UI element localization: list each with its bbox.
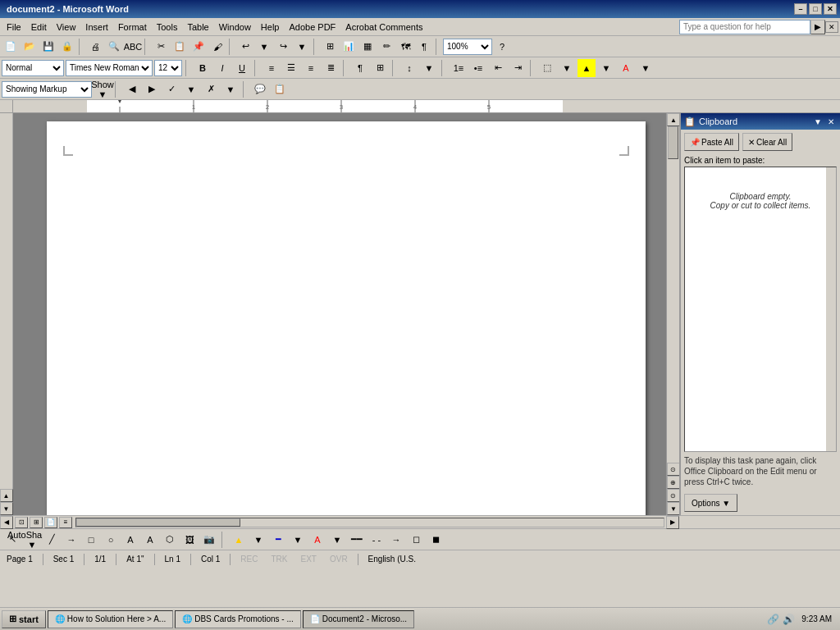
style-select[interactable]: Normal: [2, 60, 64, 76]
undo-button[interactable]: ↩: [236, 38, 254, 56]
menu-adobepdf[interactable]: Adobe PDF: [284, 21, 340, 34]
menu-file[interactable]: File: [2, 21, 26, 34]
font-color-button[interactable]: A: [617, 59, 635, 77]
spell-button[interactable]: ABC: [124, 38, 142, 56]
h-scroll-right[interactable]: ▶: [666, 516, 679, 529]
diagram-tool[interactable]: ⬡: [161, 531, 179, 549]
bullets-button[interactable]: •≡: [469, 59, 487, 77]
menu-view[interactable]: View: [52, 21, 81, 34]
rect-tool[interactable]: □: [82, 531, 100, 549]
prev-page-btn[interactable]: ⊙: [667, 463, 680, 476]
clipboard-menu-button[interactable]: ▼: [812, 116, 824, 127]
show-hide-para[interactable]: ¶: [351, 59, 369, 77]
print-button[interactable]: 🖨: [86, 38, 104, 56]
taskbar-item-2[interactable]: 📄 Document2 - Microso...: [303, 610, 414, 628]
help-search-button[interactable]: ▶: [810, 20, 825, 34]
menu-table[interactable]: Table: [182, 21, 213, 34]
vertical-scroll-up[interactable]: ▲: [0, 489, 13, 502]
view-web-btn[interactable]: ⊞: [30, 517, 43, 528]
reviewing-pane-button[interactable]: 📋: [271, 80, 289, 98]
reject-change-button[interactable]: ✗: [202, 80, 220, 98]
decrease-indent[interactable]: ⇤: [489, 59, 507, 77]
arrow-tool[interactable]: →: [62, 531, 80, 549]
prev-change-button[interactable]: ◀: [123, 80, 141, 98]
dash-style-button[interactable]: - -: [368, 531, 386, 549]
clipboard-options-button[interactable]: Options ▼: [684, 494, 737, 512]
h-scroll-left[interactable]: ◀: [0, 516, 13, 529]
wordart-tool[interactable]: A: [141, 531, 159, 549]
insert-table-button[interactable]: ⊞: [321, 38, 339, 56]
new-comment-button[interactable]: 💬: [251, 80, 269, 98]
size-select[interactable]: 12: [154, 60, 182, 76]
vertical-scroll-down[interactable]: ▼: [0, 502, 13, 515]
reject-dropdown[interactable]: ▼: [221, 80, 240, 98]
autoshapes-button[interactable]: AutoShapes ▼: [23, 531, 41, 549]
help-close-button[interactable]: ✕: [825, 21, 838, 33]
clip-art-tool[interactable]: 🖼: [180, 531, 199, 549]
line-tool[interactable]: ╱: [43, 531, 61, 549]
permission-button[interactable]: 🔒: [58, 38, 76, 56]
line-spacing-dropdown[interactable]: ▼: [420, 59, 438, 77]
open-button[interactable]: 📂: [21, 38, 39, 56]
font-color-draw-dropdown[interactable]: ▼: [328, 531, 346, 549]
zoom-help[interactable]: ?: [493, 38, 511, 56]
menu-tools[interactable]: Tools: [152, 21, 183, 34]
clear-all-button[interactable]: ✕ Clear All: [742, 133, 792, 151]
increase-indent[interactable]: ⇥: [509, 59, 527, 77]
taskbar-item-1[interactable]: 🌐 DBS Cards Promotions - ...: [175, 610, 301, 628]
justify-button[interactable]: ≣: [322, 59, 340, 77]
3d-button[interactable]: ◼: [427, 531, 445, 549]
new-button[interactable]: 📄: [2, 38, 20, 56]
zoom-select[interactable]: 100%: [443, 39, 492, 55]
align-right-button[interactable]: ≡: [302, 59, 320, 77]
accept-change-button[interactable]: ✓: [162, 80, 180, 98]
doc-scroll-down[interactable]: ▼: [667, 502, 679, 515]
italic-button[interactable]: I: [213, 59, 231, 77]
select-browse-btn[interactable]: ⊕: [667, 476, 680, 489]
accept-dropdown[interactable]: ▼: [182, 80, 200, 98]
menu-format[interactable]: Format: [113, 21, 152, 34]
line-style-button[interactable]: ━━: [348, 531, 366, 549]
cut-button[interactable]: ✂: [152, 38, 170, 56]
view-print-btn[interactable]: 📄: [44, 517, 57, 528]
highlight-dropdown[interactable]: ▼: [597, 59, 615, 77]
redo-button[interactable]: ↪: [274, 38, 292, 56]
drawing-button[interactable]: ✏: [377, 38, 395, 56]
oval-tool[interactable]: ○: [102, 531, 120, 549]
font-color-dropdown[interactable]: ▼: [637, 59, 655, 77]
outside-border[interactable]: ⬚: [538, 59, 556, 77]
doc-scroll-up[interactable]: ▲: [667, 113, 679, 126]
close-button[interactable]: ✕: [824, 3, 837, 15]
h-scroll-track[interactable]: [75, 518, 664, 527]
show-button[interactable]: Show ▼: [94, 80, 112, 98]
undo-dropdown[interactable]: ▼: [255, 38, 273, 56]
clipboard-close-button[interactable]: ✕: [825, 116, 837, 127]
insert-excel-button[interactable]: 📊: [340, 38, 358, 56]
minimize-button[interactable]: –: [794, 3, 807, 15]
paste-all-button[interactable]: 📌 Paste All: [684, 133, 739, 151]
taskbar-item-0[interactable]: 🌐 How to Solution Here > A...: [48, 610, 173, 628]
menu-insert[interactable]: Insert: [80, 21, 113, 34]
markup-mode-select[interactable]: Showing Markup: [2, 81, 92, 98]
format-painter-button[interactable]: 🖌: [208, 38, 226, 56]
start-button[interactable]: ⊞ start: [2, 610, 46, 628]
insert-picture[interactable]: 📷: [200, 531, 218, 549]
shadow-button[interactable]: ◻: [407, 531, 425, 549]
help-input[interactable]: [679, 20, 810, 34]
paste-button[interactable]: 📌: [189, 38, 208, 56]
numbering-button[interactable]: 1≡: [450, 59, 468, 77]
fill-color-button[interactable]: ▲: [230, 531, 248, 549]
view-outline-btn[interactable]: ≡: [59, 517, 72, 528]
next-change-button[interactable]: ▶: [143, 80, 161, 98]
font-color-draw-button[interactable]: A: [308, 531, 326, 549]
line-spacing-button[interactable]: ↕: [400, 59, 418, 77]
bold-button[interactable]: B: [194, 59, 212, 77]
next-page-btn[interactable]: ⊙: [667, 489, 680, 502]
columns-button[interactable]: ▦: [358, 38, 377, 56]
font-select[interactable]: Times New Roman: [66, 60, 153, 76]
underline-button[interactable]: U: [233, 59, 251, 77]
doc-map-button[interactable]: 🗺: [396, 38, 414, 56]
highlight-button[interactable]: ▲: [578, 59, 596, 77]
fill-dropdown[interactable]: ▼: [249, 531, 267, 549]
show-hide-button[interactable]: ¶: [415, 38, 433, 56]
